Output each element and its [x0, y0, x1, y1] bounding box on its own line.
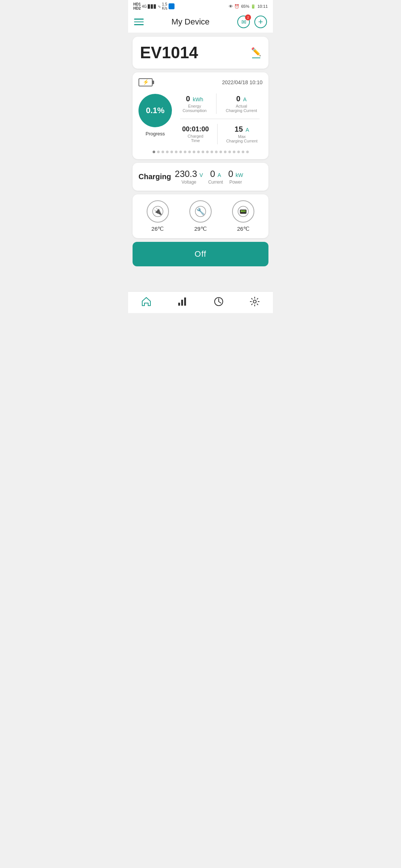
page-dot: [162, 151, 164, 153]
signal-info: HD1HD2: [133, 2, 141, 10]
actual-current-label: Actual Charging Current: [226, 104, 257, 113]
svg-text:📟: 📟: [239, 208, 247, 215]
power-label: Power: [229, 180, 242, 185]
status-right: 👁 ⏰ 65% 🔋 10:11: [229, 4, 268, 9]
page-dot: [197, 151, 200, 153]
header: My Device ✉ 2 +: [128, 12, 273, 33]
page-dot: [233, 151, 235, 153]
svg-text:🔧: 🔧: [196, 207, 205, 216]
page-dot: [215, 151, 218, 153]
plug-temp: 🔌 26℃: [147, 200, 169, 232]
charged-time-value: 00:01:00: [182, 125, 209, 133]
actual-current-stat: 0 A Actual Charging Current: [224, 92, 258, 115]
actual-current-unit: A: [243, 96, 247, 102]
page-dot: [202, 151, 204, 153]
page-dot: [157, 151, 160, 153]
battery-icon: 🔋: [251, 4, 256, 9]
status-bar: HD1HD2 4G ▊▊▊ ∿ 1.5K/s 👁 ⏰ 65% 🔋 10:11: [128, 0, 273, 12]
cable-temp-value: 29℃: [194, 226, 207, 232]
plus-icon: +: [258, 17, 263, 27]
power-unit: kW: [235, 172, 243, 178]
page-dot: [211, 151, 213, 153]
nav-home[interactable]: [128, 296, 164, 307]
page-dot: [219, 151, 222, 153]
progress-label: Progress: [146, 131, 165, 137]
status-body: 0.1% Progress 0 kWh Energy: [138, 92, 263, 145]
menu-button[interactable]: [134, 19, 144, 25]
page-dot: [237, 151, 240, 153]
device-name: EV1014: [140, 43, 198, 62]
svg-rect-6: [178, 303, 180, 306]
battery-percent: 65%: [241, 4, 249, 9]
network-4g: 4G: [142, 4, 147, 9]
battery-charging-icon: ⚡: [138, 78, 153, 86]
svg-line-11: [219, 302, 221, 303]
off-button[interactable]: Off: [133, 242, 268, 266]
mail-button[interactable]: ✉ 2: [237, 16, 250, 28]
current-metric: 0 A Current: [208, 169, 223, 185]
page-dot: [188, 151, 191, 153]
page-dot: [175, 151, 177, 153]
cable-icon: 🔧: [189, 200, 212, 223]
page-dot: [224, 151, 226, 153]
voltage-label: Voltage: [182, 180, 196, 185]
status-card-header: ⚡ 2022/04/18 10:10: [138, 78, 263, 86]
device-temp-value: 26℃: [237, 226, 250, 232]
device-temp: 📟 26℃: [232, 200, 254, 232]
current-label: Current: [208, 180, 223, 185]
home-icon: [141, 296, 152, 307]
page-dot: [206, 151, 209, 153]
device-icon: 📟: [232, 200, 254, 223]
header-icons: ✉ 2 +: [237, 16, 267, 28]
charging-section-label: Charging: [138, 172, 171, 181]
charging-status-card: ⚡ 2022/04/18 10:10 0.1% Progress: [133, 72, 268, 159]
nav-stats[interactable]: [164, 296, 201, 307]
nav-clock[interactable]: [200, 296, 237, 307]
page-dot: [170, 151, 173, 153]
device-name-card: EV1014 ✏️: [133, 37, 268, 69]
energy-unit: kWh: [193, 96, 203, 102]
status-date: 2022/04/18 10:10: [222, 79, 263, 85]
progress-circle: 0.1%: [138, 94, 172, 127]
page-dots: [138, 151, 263, 153]
energy-consumption-stat: 0 kWh Energy Consumption: [181, 92, 208, 115]
energy-label: Energy Consumption: [183, 104, 207, 113]
energy-value: 0: [186, 95, 190, 103]
current-unit: A: [218, 172, 221, 178]
page-dot: [246, 151, 249, 153]
power-value: 0: [228, 169, 233, 179]
alarm-icon: ⏰: [234, 4, 239, 9]
power-metric: 0 kW Power: [228, 169, 243, 185]
edit-button[interactable]: ✏️: [251, 47, 261, 58]
bottom-nav: [128, 291, 273, 313]
wifi-icon: ∿: [158, 4, 161, 9]
stats-divider-v2: [217, 124, 218, 144]
max-current-stat: 15 A Max Charging Current: [225, 123, 259, 145]
page-dot: [193, 151, 195, 153]
nav-settings[interactable]: [237, 296, 273, 307]
mail-icon: ✉: [241, 19, 246, 26]
page-dot: [242, 151, 244, 153]
page-dot: [153, 151, 155, 153]
voltage-value: 230.3: [175, 169, 197, 179]
temperature-card: 🔌 26℃ 🔧 29℃ 📟 26℃: [133, 194, 268, 238]
plug-icon: 🔌: [147, 200, 169, 223]
stats-divider-v1: [216, 93, 216, 114]
clock-time: 10:11: [257, 4, 268, 9]
eye-icon: 👁: [229, 4, 233, 9]
active-app-icon: [169, 3, 175, 9]
svg-point-12: [253, 300, 256, 303]
main-content: EV1014 ✏️ ⚡ 2022/04/18 10:10 0.1% Progre…: [128, 33, 273, 291]
page-dot: [179, 151, 182, 153]
max-current-label: Max Charging Current: [226, 134, 257, 143]
charging-metrics-card: Charging 230.3 V Voltage 0 A Current: [133, 163, 268, 191]
mail-badge: 2: [245, 14, 251, 20]
charged-time-stat: 00:01:00 Charged Time: [180, 123, 210, 145]
page-dot: [228, 151, 231, 153]
add-device-button[interactable]: +: [254, 16, 267, 28]
cable-temp: 🔧 29℃: [189, 200, 212, 232]
voltage-unit: V: [199, 172, 203, 178]
status-left: HD1HD2 4G ▊▊▊ ∿ 1.5K/s: [133, 2, 175, 10]
svg-rect-8: [184, 297, 186, 306]
pencil-icon: ✏️: [251, 47, 261, 57]
